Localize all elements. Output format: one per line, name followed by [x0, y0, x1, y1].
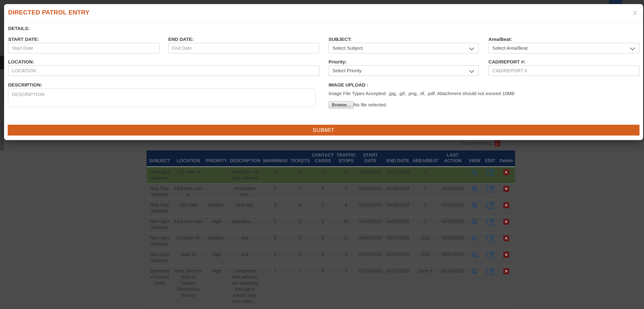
cell-description: speeders...... — [229, 216, 261, 233]
cell-description: test — [229, 249, 261, 266]
delete-x-icon[interactable] — [503, 252, 509, 258]
cell-view — [466, 266, 483, 307]
priority-label: Priority: — [328, 59, 347, 64]
subject-select[interactable]: Select Subject — [328, 43, 479, 53]
cell-location: 63rd and main — [172, 216, 204, 233]
export-results: Export Results: — [462, 140, 500, 146]
cell-subject: Red Light Violators — [146, 167, 172, 184]
browse-button[interactable]: Browse... — [328, 101, 354, 108]
cell-contact-cards: 1 — [310, 200, 335, 216]
cell-tickets: 5 — [290, 233, 310, 249]
cell-edit — [483, 200, 498, 216]
magnifier-icon[interactable] — [472, 219, 478, 225]
magnifier-icon[interactable] — [472, 202, 478, 208]
edit-pencil-icon[interactable] — [487, 252, 493, 258]
directed-patrol-entry-modal: DIRECTED PATROL ENTRY X DETAILS: START D… — [4, 4, 643, 140]
cell-warnings: 6 — [261, 233, 290, 249]
delete-x-icon[interactable] — [503, 202, 509, 208]
cell-description: Watch for red light violators — [229, 167, 261, 184]
magnifier-icon[interactable] — [472, 268, 478, 274]
cell-edit — [483, 216, 498, 233]
column-header: DESCRIPTION — [229, 150, 261, 167]
cad-report-input[interactable] — [488, 66, 640, 76]
cell-delete — [498, 249, 515, 266]
delete-x-icon[interactable] — [503, 186, 509, 192]
description-textarea[interactable] — [8, 88, 316, 107]
sidebar-active-item[interactable] — [0, 56, 4, 69]
export-results-label: Export Results: — [462, 141, 492, 146]
delete-x-icon[interactable] — [503, 268, 509, 274]
cell-priority: High — [204, 216, 229, 233]
cell-delete — [498, 184, 515, 200]
table-row: Red Light Violators 123 Main St. Medium … — [146, 233, 515, 249]
priority-select-value: Select Priority — [332, 68, 362, 74]
cell-last-action: 04/26/2023 — [439, 200, 466, 216]
cell-traffic-stops: 10 — [335, 216, 357, 233]
magnifier-icon[interactable] — [472, 252, 478, 258]
cell-last-action: 01/24/2023 — [439, 266, 466, 307]
cell-location: Main St — [172, 249, 204, 266]
cell-priority: High — [204, 266, 229, 307]
cell-description: Complaints that vehicles are speeding th… — [229, 266, 261, 307]
cell-priority: Medium — [204, 233, 229, 249]
cell-warnings: 1 — [261, 266, 290, 307]
column-header: LAST ACTION — [439, 150, 466, 167]
magnifier-icon[interactable] — [472, 235, 478, 242]
priority-select[interactable]: Select Priority — [328, 66, 479, 76]
edit-pencil-icon[interactable] — [487, 219, 493, 226]
cell-tickets: 12 — [290, 216, 310, 233]
edit-pencil-icon[interactable] — [487, 186, 493, 192]
cell-warnings: 5 — [261, 216, 290, 233]
magnifier-icon[interactable] — [472, 186, 478, 192]
cell-tickets: 0 — [290, 167, 310, 184]
edit-pencil-icon[interactable] — [487, 268, 493, 275]
no-file-selected-text: No file selected. — [354, 102, 387, 108]
cell-last-action: 04/25/2023 — [439, 216, 466, 233]
cell-location: 63rd and main st — [172, 184, 204, 200]
cell-location: 123 Main St. — [172, 233, 204, 249]
cell-traffic-stops: 4 — [335, 249, 357, 266]
cell-area-beat: 1 — [412, 216, 439, 233]
submit-button[interactable]: SUBMIT — [8, 125, 640, 136]
area-beat-select[interactable]: Select Area/Beat — [488, 43, 640, 53]
image-upload-helper: Image File Types Accepted: .jpg, .gif, .… — [328, 91, 514, 96]
magnifier-icon[interactable] — [472, 170, 478, 176]
start-date-input[interactable] — [8, 43, 160, 53]
location-input[interactable] — [8, 66, 319, 76]
cell-tickets: 1 — [290, 266, 310, 307]
cell-traffic-stops: 0 — [335, 184, 357, 200]
cell-last-action: 03/10/2023 — [439, 233, 466, 249]
cell-traffic-stops: 2 — [335, 266, 357, 307]
column-header: LOCATION — [172, 150, 204, 167]
cell-last-action: 05/22/2023 — [439, 184, 466, 200]
directed-patrol-table: SUBJECTLOCATIONPRIORITYDESCRIPTIONWARNIN… — [146, 150, 515, 307]
cell-end-date: 04/25/2023 — [384, 216, 412, 233]
cell-end-date: 03/15/2023 — [384, 233, 412, 249]
pdf-export-icon[interactable] — [494, 140, 500, 146]
close-x-icon[interactable]: X — [633, 9, 637, 17]
location-label: LOCATION: — [8, 59, 34, 64]
cell-warnings: 3 — [261, 200, 290, 216]
cell-traffic-stops: 11 — [335, 233, 357, 249]
edit-pencil-icon[interactable] — [487, 202, 493, 209]
edit-pencil-icon[interactable] — [487, 170, 493, 176]
cell-delete — [498, 233, 515, 249]
column-header: END DATE — [384, 150, 412, 167]
cell-edit — [483, 167, 498, 184]
cell-view — [466, 216, 483, 233]
edit-pencil-icon[interactable] — [487, 236, 493, 242]
cell-view — [466, 184, 483, 200]
cell-location: 123 main — [172, 200, 204, 216]
cell-traffic-stops: 0 — [335, 167, 357, 184]
delete-x-icon[interactable] — [503, 235, 509, 241]
cell-edit — [483, 184, 498, 200]
end-date-input[interactable] — [168, 43, 319, 53]
cell-start-date: 03/01/2023 — [357, 233, 384, 249]
cell-warnings: 0 — [261, 184, 290, 200]
delete-x-icon[interactable] — [503, 219, 509, 225]
cell-traffic-stops: 8 — [335, 200, 357, 216]
sidebar — [0, 0, 4, 151]
delete-x-icon[interactable] — [503, 170, 509, 175]
cell-area-beat: 1 — [412, 167, 439, 184]
cell-priority — [204, 167, 229, 184]
